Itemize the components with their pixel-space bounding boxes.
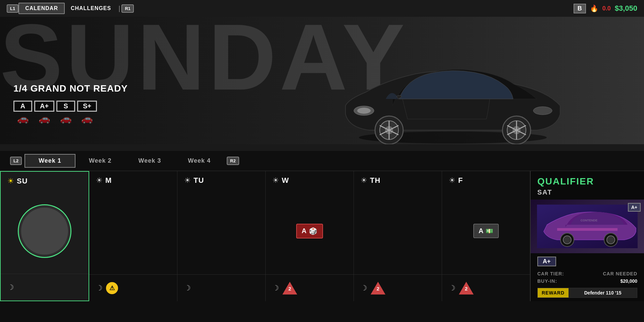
sunday-main-cell — [1, 188, 89, 274]
accolade-icon: 🔥 — [590, 4, 598, 12]
week-tab-4[interactable]: Week 4 — [174, 155, 224, 167]
class-a-badge: A — [13, 101, 32, 112]
thursday-main-cell — [354, 187, 442, 274]
friday-money-icon: 💵 — [486, 227, 493, 235]
tuesday-name: TU — [194, 176, 204, 185]
top-bar-right: B 🔥 0.0 $3,050 — [574, 4, 637, 13]
car-image-area — [302, 34, 604, 144]
monday-moon-icon: ☽ — [96, 284, 103, 292]
calendar-area: L2 Week 1 Week 2 Week 3 Week 4 R2 ☀ SU ☽ — [0, 151, 644, 322]
class-s-box: S 🚗 — [56, 101, 75, 124]
thursday-tri-wrap: 2 — [371, 282, 385, 294]
sunday-name: SU — [17, 177, 28, 185]
days-container: ☀ SU ☽ ☀ M — [0, 171, 644, 301]
qualifier-badge-label: A+ — [631, 205, 637, 210]
money-display: $3,050 — [615, 4, 637, 13]
svg-point-24 — [563, 236, 571, 244]
qualifier-car-image: CONTENDE A+ — [531, 200, 644, 253]
sunday-night-cell: ☽ — [1, 274, 89, 301]
qualifier-info: A+ CAR TIER: CAR NEEDED BUY-IN: $20,000 … — [531, 253, 644, 301]
day-col-wednesday[interactable]: ☀ W A 🎲 ☽ 2 — [266, 171, 354, 301]
svg-point-26 — [607, 236, 615, 244]
r2-button[interactable]: R2 — [227, 157, 239, 165]
thursday-night-cell: ☽ 2 — [354, 274, 442, 301]
day-title-area: SUNDAY 1/4 GRAND NOT READY A 🚗 A+ 🚗 S 🚗 … — [0, 17, 644, 144]
l1-button[interactable]: L1 — [7, 4, 18, 13]
svg-rect-27 — [557, 228, 618, 231]
accolade-value: 0.0 — [602, 5, 611, 12]
wednesday-name: W — [282, 176, 289, 185]
tuesday-moon-icon: ☽ — [184, 284, 191, 292]
monday-header: ☀ M — [89, 171, 177, 187]
monday-night-cell: ☽ ⚠ — [89, 274, 177, 301]
day-col-thursday[interactable]: ☀ TH ☽ 2 — [354, 171, 442, 301]
r1-button[interactable]: R1 — [121, 4, 134, 13]
day-info: 1/4 GRAND NOT READY A 🚗 A+ 🚗 S 🚗 S+ 🚗 — [13, 83, 128, 124]
thursday-moon-icon: ☽ — [361, 284, 367, 292]
friday-tri-num: 2 — [465, 286, 468, 291]
day-col-tuesday[interactable]: ☀ TU ☽ — [177, 171, 266, 301]
class-a-box: A 🚗 — [13, 101, 32, 124]
tab-challenges[interactable]: CHALLENGES — [65, 3, 117, 13]
friday-event-badge[interactable]: A 💵 — [473, 224, 499, 238]
sunday-moon-icon: ☽ — [7, 283, 14, 292]
week-tabs: L2 Week 1 Week 2 Week 3 Week 4 R2 — [0, 151, 644, 171]
day-col-sunday[interactable]: ☀ SU ☽ — [0, 171, 89, 301]
tuesday-night-cell: ☽ — [177, 274, 265, 301]
car-icon-a: 🚗 — [17, 113, 29, 124]
week-tab-2[interactable]: Week 2 — [75, 155, 125, 167]
thursday-header: ☀ TH — [354, 171, 442, 187]
qualifier-reward-val: Defender 110 '15 — [569, 288, 637, 298]
tab-calendar[interactable]: CALENDAR — [18, 3, 65, 14]
car-icon-s: 🚗 — [60, 113, 72, 124]
day-col-monday[interactable]: ☀ M ☽ ⚠ — [89, 171, 177, 301]
wednesday-night-cell: ☽ 2 — [266, 274, 354, 301]
week-tab-1[interactable]: Week 1 — [24, 154, 75, 168]
qualifier-reward-row: REWARD Defender 110 '15 — [537, 288, 637, 298]
qualifier-tier-label: CAR TIER: — [537, 271, 564, 276]
class-aplus-badge: A+ — [34, 101, 54, 112]
class-splus-box: S+ 🚗 — [77, 101, 97, 124]
friday-name: F — [458, 176, 463, 185]
day-col-friday[interactable]: ☀ F A 💵 ☽ 2 — [442, 171, 530, 301]
tuesday-main-cell — [177, 187, 265, 274]
race-status: 1/4 GRAND NOT READY — [13, 83, 128, 94]
sunday-sun-icon: ☀ — [7, 177, 14, 185]
wednesday-event-badge[interactable]: A 🎲 — [296, 224, 323, 238]
monday-name: M — [105, 176, 112, 185]
qualifier-car-needed-label: CAR NEEDED — [603, 271, 637, 276]
tuesday-header: ☀ TU — [177, 171, 265, 187]
svg-text:CONTENDE: CONTENDE — [581, 219, 598, 222]
car-svg — [319, 47, 587, 144]
top-bar: L1 CALENDAR CHALLENGES | R1 B 🔥 0.0 $3,0… — [0, 0, 644, 17]
monday-main-cell — [89, 187, 177, 274]
wednesday-event-class: A — [302, 227, 307, 235]
qualifier-class-section: A+ — [537, 257, 637, 269]
wednesday-sun-icon: ☀ — [272, 176, 279, 185]
qualifier-tier-row: CAR TIER: CAR NEEDED — [537, 271, 637, 276]
qualifier-car-svg: CONTENDE — [537, 205, 638, 248]
l2-button[interactable]: L2 — [10, 157, 22, 165]
qualifier-buyin-row: BUY-IN: $20,000 — [537, 278, 637, 284]
qualifier-class-badge: A+ — [537, 257, 556, 266]
svg-point-3 — [533, 107, 552, 115]
svg-point-2 — [357, 108, 371, 114]
qualifier-badge: A+ — [628, 203, 641, 212]
monday-sun-icon: ☀ — [96, 176, 103, 185]
friday-tri-wrap: 2 — [459, 282, 474, 294]
class-splus-badge: S+ — [77, 101, 97, 112]
player-rank: B — [574, 4, 586, 13]
car-icon-splus: 🚗 — [81, 113, 93, 124]
tuesday-sun-icon: ☀ — [184, 176, 191, 185]
monday-warning-icon: ⚠ — [106, 282, 118, 294]
friday-triangle: 2 — [459, 282, 474, 294]
wednesday-header: ☀ W — [266, 171, 354, 187]
wednesday-moon-icon: ☽ — [272, 284, 279, 292]
tab-divider: | — [117, 5, 121, 12]
tab-bar: L1 CALENDAR CHALLENGES | R1 — [7, 3, 134, 14]
friday-event-class: A — [479, 227, 484, 235]
qualifier-day: SAT — [531, 189, 644, 200]
week-tab-3[interactable]: Week 3 — [125, 155, 175, 167]
qualifier-panel: QUALIFIER SAT — [530, 171, 644, 301]
friday-moon-icon: ☽ — [449, 284, 455, 292]
